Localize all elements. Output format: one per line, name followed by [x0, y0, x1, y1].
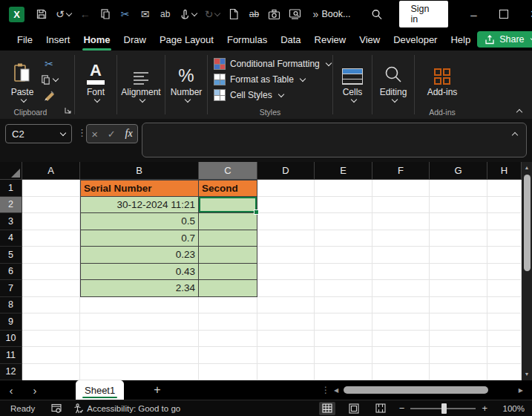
tab-view[interactable]: View [352, 31, 387, 48]
cell-C12[interactable] [199, 364, 257, 381]
cell-A3[interactable] [22, 213, 80, 230]
more-commands-icon[interactable]: » [309, 7, 321, 21]
cell-B1[interactable]: Serial Number [80, 180, 199, 197]
cell-F9[interactable] [372, 313, 430, 331]
cell-G8[interactable] [430, 297, 487, 314]
cell-H5[interactable] [487, 247, 522, 264]
row-header-3[interactable]: 3 [0, 213, 22, 230]
horizontal-scrollbar-thumb[interactable] [344, 386, 488, 394]
cell-A8[interactable] [22, 297, 80, 314]
format-painter-button[interactable] [43, 90, 56, 105]
paste-button[interactable]: Paste [4, 56, 40, 102]
row-header-12[interactable]: 12 [0, 364, 22, 381]
chevron-down-icon[interactable] [191, 10, 197, 16]
cell-E2[interactable] [315, 197, 372, 214]
cell-A1[interactable] [22, 180, 80, 197]
cell-C5[interactable] [199, 247, 257, 264]
cell-A12[interactable] [22, 364, 80, 381]
cell-B12[interactable] [80, 364, 199, 381]
cell-E11[interactable] [315, 347, 372, 364]
cell-C11[interactable] [199, 347, 257, 364]
row-header-1[interactable]: 1 [0, 180, 22, 197]
cell-H9[interactable] [487, 313, 522, 331]
print-preview-icon[interactable] [289, 7, 301, 21]
cell-E8[interactable] [315, 297, 372, 314]
cell-E5[interactable] [315, 247, 372, 264]
cell-F5[interactable] [372, 247, 430, 264]
cell-C7[interactable] [199, 280, 257, 297]
minimize-button[interactable]: – [459, 0, 489, 28]
column-header-H[interactable]: H [487, 162, 522, 180]
cell-A6[interactable] [22, 264, 80, 281]
cell-G9[interactable] [430, 313, 487, 331]
cell-E10[interactable] [315, 331, 372, 348]
alignment-button[interactable]: Alignment [117, 56, 165, 102]
share-button[interactable]: Share [477, 31, 532, 48]
collapse-ribbon-icon[interactable] [516, 109, 522, 115]
cell-G3[interactable] [430, 213, 487, 230]
cell-C10[interactable] [199, 331, 257, 348]
tab-insert[interactable]: Insert [39, 31, 77, 48]
row-header-4[interactable]: 4 [0, 230, 22, 247]
cell-A7[interactable] [22, 280, 80, 297]
column-header-C[interactable]: C [199, 162, 257, 180]
cell-E6[interactable] [315, 264, 372, 281]
tab-scroll-handle-icon[interactable]: ⋮ [321, 385, 330, 395]
add-sheet-icon[interactable]: + [154, 383, 160, 397]
cell-B2[interactable]: 30-12-2024 11:21 [80, 197, 199, 214]
cell-D7[interactable] [257, 280, 315, 297]
cell-H10[interactable] [487, 331, 522, 348]
cell-C4[interactable] [199, 230, 257, 247]
cell-D10[interactable] [257, 331, 315, 348]
cancel-icon[interactable]: × [91, 128, 98, 140]
row-header-9[interactable]: 9 [0, 313, 22, 331]
cell-H12[interactable] [487, 364, 522, 381]
cell-H8[interactable] [487, 297, 522, 314]
cell-C9[interactable] [199, 313, 257, 331]
cell-B5[interactable]: 0.23 [80, 247, 199, 264]
email-icon[interactable]: ✉ [139, 7, 151, 21]
chevron-down-icon[interactable] [65, 10, 71, 16]
cell-A11[interactable] [22, 347, 80, 364]
chevron-down-icon[interactable] [60, 129, 66, 135]
insert-function-icon[interactable]: fx [125, 128, 133, 140]
column-header-B[interactable]: B [80, 162, 199, 180]
cell-B7[interactable]: 2.34 [80, 280, 199, 297]
cell-B8[interactable] [80, 297, 199, 314]
cell-D6[interactable] [257, 264, 315, 281]
cell-C3[interactable] [199, 213, 257, 230]
cell-A2[interactable] [22, 197, 80, 214]
cell-A4[interactable] [22, 230, 80, 247]
cell-E4[interactable] [315, 230, 372, 247]
cell-D4[interactable] [257, 230, 315, 247]
tab-review[interactable]: Review [308, 31, 353, 48]
new-file-icon[interactable] [228, 7, 240, 21]
zoom-slider[interactable] [410, 408, 476, 409]
font-button[interactable]: A Font [75, 56, 116, 102]
tab-file[interactable]: File [10, 31, 39, 48]
cell-G4[interactable] [430, 230, 487, 247]
scroll-up-icon[interactable]: ▲ [522, 163, 532, 173]
tab-formulas[interactable]: Formulas [220, 31, 274, 48]
row-header-11[interactable]: 11 [0, 347, 22, 364]
select-all-button[interactable] [0, 162, 22, 180]
cell-B4[interactable]: 0.7 [80, 230, 199, 247]
cell-F6[interactable] [372, 264, 430, 281]
formula-input[interactable] [142, 123, 527, 157]
editing-button[interactable]: Editing [372, 56, 414, 102]
cell-G10[interactable] [430, 331, 487, 348]
prev-sheet-icon[interactable]: ‹ [0, 384, 22, 397]
cell-B9[interactable] [80, 313, 199, 331]
cell-C8[interactable] [199, 297, 257, 314]
zoom-level[interactable]: 100% [498, 404, 525, 413]
cells-button[interactable]: Cells [333, 56, 372, 102]
cell-A9[interactable] [22, 313, 80, 331]
column-header-G[interactable]: G [430, 162, 487, 180]
cell-E12[interactable] [315, 364, 372, 381]
zoom-slider-thumb[interactable] [441, 403, 447, 414]
cell-G5[interactable] [430, 247, 487, 264]
cell-F11[interactable] [372, 347, 430, 364]
next-sheet-icon[interactable]: › [24, 384, 46, 397]
undo-button[interactable]: ↺ [56, 7, 71, 21]
cell-F8[interactable] [372, 297, 430, 314]
